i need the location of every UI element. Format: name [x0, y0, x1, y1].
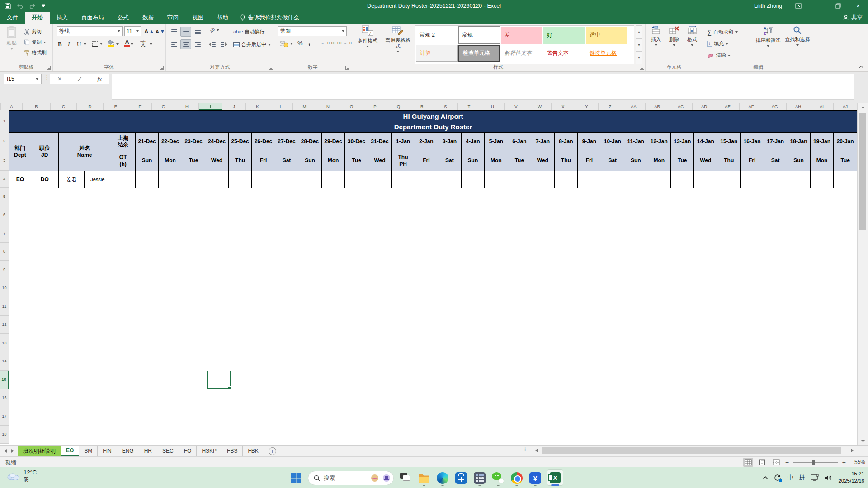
name-box[interactable]: I15 — [4, 74, 42, 84]
row-header-1[interactable]: 1 — [0, 110, 9, 132]
column-header-T[interactable]: T — [458, 103, 481, 110]
cell-style-explain[interactable]: 解释性文本 — [501, 45, 542, 62]
column-header-S[interactable]: S — [434, 103, 458, 110]
sheet-tab-FBS[interactable]: FBS — [222, 446, 243, 456]
column-header-F[interactable]: F — [128, 103, 152, 110]
duty-cell-23-Dec[interactable] — [182, 171, 205, 188]
duty-cell-4-Jan[interactable] — [461, 171, 484, 188]
column-header-I[interactable]: I — [199, 103, 222, 110]
column-header-AG[interactable]: AG — [763, 103, 787, 110]
accounting-format-button[interactable] — [278, 39, 294, 48]
column-header-D[interactable]: D — [77, 103, 104, 110]
row-header-11[interactable]: 11 — [0, 297, 9, 316]
date-header-30-Dec[interactable]: 30-Dec — [345, 133, 368, 150]
date-header-24-Dec[interactable]: 24-Dec — [205, 133, 229, 150]
tab-scroll-splitter[interactable]: ⁞ — [524, 446, 526, 452]
column-header-AB[interactable]: AB — [646, 103, 669, 110]
header-prev-balance[interactable]: 上期 结余 — [111, 133, 135, 150]
day-header-30-Dec[interactable]: Tue — [345, 150, 368, 171]
day-header-9-Jan[interactable]: Fri — [578, 150, 601, 171]
row-header-9[interactable]: 9 — [0, 261, 9, 279]
bold-button[interactable]: B — [57, 40, 63, 49]
sheet-tab-班次明细说明[interactable]: 班次明细说明 — [18, 446, 61, 456]
day-header-11-Jan[interactable]: Sun — [624, 150, 647, 171]
previous-sheet-icon[interactable] — [5, 449, 7, 453]
column-header-M[interactable]: M — [293, 103, 316, 110]
align-bottom-button[interactable] — [192, 27, 203, 37]
column-header-AA[interactable]: AA — [622, 103, 646, 110]
page-break-view-icon[interactable] — [771, 458, 781, 467]
shrink-font-button[interactable]: A — [154, 28, 165, 35]
duty-cell-30-Dec[interactable] — [345, 171, 368, 188]
scroll-up-icon[interactable] — [858, 103, 868, 111]
font-color-caret[interactable] — [131, 43, 133, 45]
tab-help[interactable]: 帮助 — [210, 12, 235, 24]
wechat-button[interactable] — [491, 471, 505, 485]
day-header-23-Dec[interactable]: Tue — [182, 150, 205, 171]
fill-color-button[interactable] — [106, 39, 116, 47]
row-header-18[interactable]: 18 — [0, 426, 9, 444]
duty-cell-10-Jan[interactable] — [601, 171, 624, 188]
taskbar-search[interactable]: 搜索 — [308, 471, 394, 485]
grow-font-button[interactable]: A — [143, 27, 155, 36]
day-header-27-Dec[interactable]: Sat — [275, 150, 298, 171]
duty-cell-3-Jan[interactable] — [438, 171, 461, 188]
formula-input[interactable] — [112, 74, 854, 100]
duty-cell-28-Dec[interactable] — [298, 171, 321, 188]
staff-name-en[interactable]: Jessie — [85, 171, 111, 188]
horizontal-scroll-thumb[interactable] — [542, 447, 841, 454]
share-button[interactable]: 共享 — [843, 12, 863, 24]
excel-taskbar-button[interactable]: X — [547, 469, 563, 486]
sheet-tab-FBK[interactable]: FBK — [243, 446, 264, 456]
ribbon-display-options-icon[interactable] — [788, 0, 808, 12]
date-header-29-Dec[interactable]: 29-Dec — [321, 133, 345, 150]
staff-jd[interactable]: DO — [31, 171, 58, 188]
day-header-1-Jan[interactable]: Thu PH — [392, 150, 415, 171]
duty-cell-14-Jan[interactable] — [694, 171, 717, 188]
day-header-5-Jan[interactable]: Mon — [485, 150, 508, 171]
increase-decimal-button[interactable]: ←.0 .00 — [320, 40, 337, 46]
row-header-7[interactable]: 7 — [0, 224, 9, 243]
cell-style-normal2[interactable]: 常规 2 — [416, 27, 458, 44]
cell-style-warning[interactable]: 警告文本 — [543, 45, 585, 62]
column-header-H[interactable]: H — [175, 103, 199, 110]
weather-widget[interactable]: 12°C 阴 — [6, 469, 37, 483]
duty-cell-1-Jan[interactable] — [392, 171, 415, 188]
column-header-G[interactable]: G — [152, 103, 175, 110]
row-header-13[interactable]: 13 — [0, 334, 9, 352]
day-header-7-Jan[interactable]: Wed — [531, 150, 555, 171]
zoom-level[interactable]: 55% — [850, 459, 865, 465]
day-header-22-Dec[interactable]: Mon — [159, 150, 182, 171]
yen-app-button[interactable]: ¥ — [528, 471, 542, 485]
duty-cell-25-Dec[interactable] — [228, 171, 251, 188]
styles-dialog-launcher-icon[interactable] — [640, 66, 644, 70]
duty-cell-6-Jan[interactable] — [508, 171, 531, 188]
date-header-7-Jan[interactable]: 7-Jan — [531, 133, 555, 150]
header-jd[interactable]: 职位 JD — [31, 133, 58, 171]
row-header-3[interactable]: 3 — [0, 150, 9, 171]
phonetic-guide-button[interactable]: wén文 — [139, 39, 147, 47]
date-header-27-Dec[interactable]: 27-Dec — [275, 133, 298, 150]
clipboard-dialog-launcher-icon[interactable] — [47, 66, 51, 70]
align-right-button[interactable] — [192, 39, 203, 49]
date-header-31-Dec[interactable]: 31-Dec — [368, 133, 392, 150]
duty-cell-9-Jan[interactable] — [578, 171, 601, 188]
tab-home[interactable]: 开始 — [25, 12, 50, 24]
day-header-12-Jan[interactable]: Mon — [647, 150, 671, 171]
day-header-2-Jan[interactable]: Fri — [415, 150, 438, 171]
day-header-15-Jan[interactable]: Thu — [717, 150, 740, 171]
date-header-14-Jan[interactable]: 14-Jan — [694, 133, 717, 150]
column-header-J[interactable]: J — [222, 103, 246, 110]
ime-language-indicator[interactable]: 中 — [787, 474, 793, 482]
align-left-button[interactable] — [169, 39, 179, 49]
confirm-entry-icon[interactable]: ✓ — [76, 75, 82, 84]
column-header-AD[interactable]: AD — [693, 103, 716, 110]
row-header-2[interactable]: 2 — [0, 132, 9, 150]
cell-style-linked[interactable]: 链接单元格 — [586, 45, 627, 62]
row-header-6[interactable]: 6 — [0, 206, 9, 225]
duty-cell-2-Jan[interactable] — [415, 171, 438, 188]
duty-cell-5-Jan[interactable] — [485, 171, 508, 188]
column-header-N[interactable]: N — [316, 103, 340, 110]
microsoft-store-button[interactable] — [454, 471, 468, 485]
minimize-button[interactable]: ─ — [808, 0, 828, 12]
